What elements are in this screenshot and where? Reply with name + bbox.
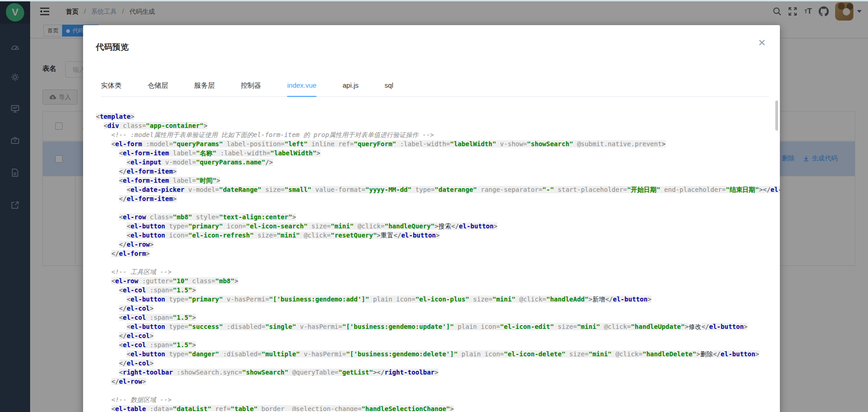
tab-service-layer[interactable]: 服务层 — [194, 81, 215, 96]
window-top-edge — [0, 0, 868, 1]
tab-entity-class[interactable]: 实体类 — [101, 81, 121, 96]
close-icon[interactable]: × — [758, 39, 766, 46]
dialog-title: 代码预览 — [83, 25, 780, 53]
tab-index-vue[interactable]: index.vue — [287, 81, 316, 97]
code-preview-dialog: 代码预览 × 实体类 仓储层 服务层 控制器 index.vue api.js … — [83, 25, 780, 412]
code-block: <template> <div class="app-container"> <… — [83, 112, 780, 411]
tab-controller[interactable]: 控制器 — [241, 81, 261, 96]
tab-api-js[interactable]: api.js — [342, 81, 358, 96]
tab-repository-layer[interactable]: 仓储层 — [147, 81, 168, 96]
tab-sql[interactable]: sql — [384, 81, 393, 96]
code-preview-tabs: 实体类 仓储层 服务层 控制器 index.vue api.js sql — [101, 81, 768, 97]
modal-scrollbar-thumb[interactable] — [775, 100, 778, 131]
